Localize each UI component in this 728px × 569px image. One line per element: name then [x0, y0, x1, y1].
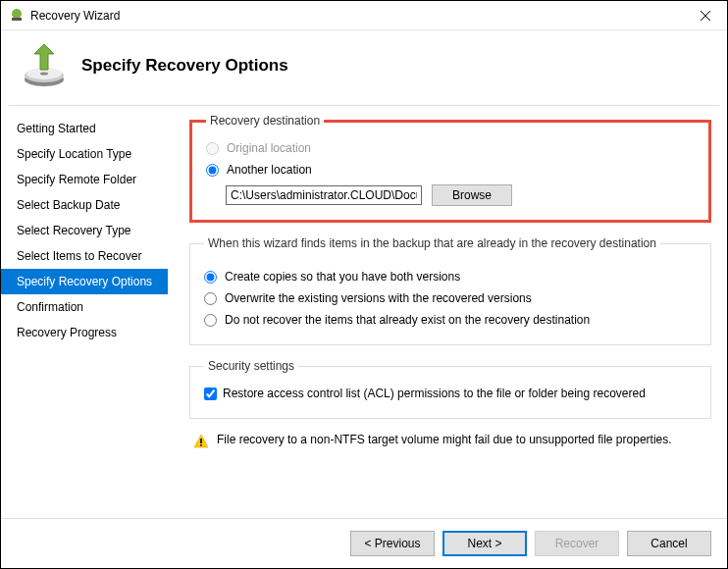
previous-button[interactable]: < Previous [350, 531, 435, 556]
recovery-destination-legend: Recovery destination [206, 114, 324, 128]
wizard-footer: < Previous Next > Recover Cancel [1, 518, 727, 568]
conflict-skip-radio[interactable] [204, 314, 217, 327]
step-specify-recovery-options[interactable]: Specify Recovery Options [1, 269, 168, 294]
step-confirmation[interactable]: Confirmation [1, 294, 168, 320]
conflict-group: When this wizard finds items in the back… [189, 236, 711, 345]
app-icon [9, 8, 25, 24]
titlebar: Recovery Wizard [1, 1, 727, 30]
recovery-destination-group: Recovery destination Original location A… [189, 114, 711, 223]
warning-row: File recovery to a non-NTFS target volum… [189, 433, 711, 449]
close-button[interactable] [683, 1, 727, 30]
another-location-radio[interactable] [206, 164, 219, 177]
recover-button: Recover [535, 531, 619, 556]
window-title: Recovery Wizard [30, 9, 683, 23]
step-select-items-to-recover[interactable]: Select Items to Recover [1, 243, 168, 269]
conflict-overwrite-row[interactable]: Overwrite the existing versions with the… [204, 287, 697, 309]
steps-sidebar: Getting StartedSpecify Location TypeSpec… [1, 106, 168, 518]
original-location-row: Original location [206, 137, 695, 159]
wizard-body: Getting StartedSpecify Location TypeSpec… [1, 106, 727, 518]
browse-button[interactable]: Browse [432, 184, 512, 206]
step-getting-started[interactable]: Getting Started [1, 116, 168, 141]
original-location-radio [206, 142, 219, 155]
conflict-copies-row[interactable]: Create copies so that you have both vers… [204, 266, 697, 287]
location-path-input[interactable] [226, 185, 422, 205]
close-icon [701, 11, 710, 21]
svg-rect-8 [200, 439, 202, 443]
acl-checkbox[interactable] [204, 388, 217, 400]
warning-text: File recovery to a non-NTFS target volum… [217, 433, 672, 446]
step-specify-location-type[interactable]: Specify Location Type [1, 141, 168, 167]
another-location-row[interactable]: Another location [206, 159, 695, 181]
step-recovery-progress[interactable]: Recovery Progress [1, 320, 168, 345]
next-button[interactable]: Next > [442, 531, 527, 556]
warning-icon [193, 434, 209, 449]
conflict-skip-label: Do not recover the items that already ex… [225, 313, 590, 327]
svg-rect-9 [200, 444, 202, 446]
security-legend: Security settings [204, 359, 298, 373]
conflict-copies-label: Create copies so that you have both vers… [225, 270, 460, 284]
conflict-skip-row[interactable]: Do not recover the items that already ex… [204, 309, 697, 331]
step-select-recovery-type[interactable]: Select Recovery Type [1, 218, 168, 243]
original-location-label: Original location [227, 141, 311, 155]
main-content: Recovery destination Original location A… [168, 106, 727, 518]
location-input-row: Browse [226, 184, 695, 206]
step-select-backup-date[interactable]: Select Backup Date [1, 192, 168, 218]
step-specify-remote-folder[interactable]: Specify Remote Folder [1, 167, 168, 192]
page-title: Specify Recovery Options [81, 56, 288, 76]
svg-point-7 [40, 73, 48, 76]
wizard-header: Specify Recovery Options [1, 30, 727, 105]
recovery-icon [21, 42, 68, 89]
acl-row[interactable]: Restore access control list (ACL) permis… [204, 383, 697, 404]
conflict-copies-radio[interactable] [204, 271, 217, 284]
svg-rect-1 [12, 18, 22, 21]
acl-label: Restore access control list (ACL) permis… [223, 387, 646, 400]
cancel-button[interactable]: Cancel [627, 531, 711, 556]
svg-point-0 [12, 9, 22, 19]
conflict-overwrite-label: Overwrite the existing versions with the… [225, 291, 532, 305]
security-group: Security settings Restore access control… [189, 359, 711, 419]
conflict-overwrite-radio[interactable] [204, 292, 217, 305]
another-location-label: Another location [227, 163, 312, 177]
conflict-legend: When this wizard finds items in the back… [204, 236, 660, 250]
